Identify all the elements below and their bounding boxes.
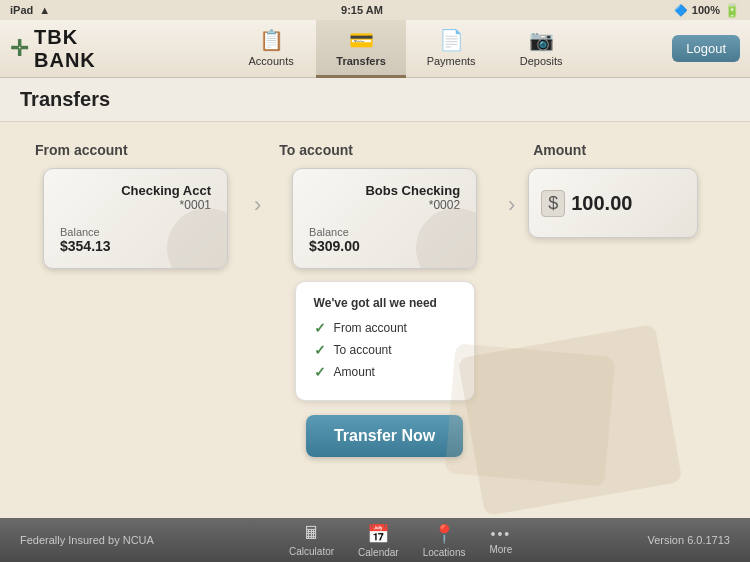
accounts-icon: 📋 xyxy=(259,28,284,52)
to-account-number: *0002 xyxy=(309,198,460,212)
more-icon: ••• xyxy=(491,526,512,542)
battery-label: 100% xyxy=(692,4,720,16)
tab-payments[interactable]: 📄 Payments xyxy=(406,20,496,78)
confirm-amount-item: ✓ Amount xyxy=(314,364,456,380)
confirm-from-label: From account xyxy=(334,321,407,335)
battery-icon: 🔋 xyxy=(724,3,740,18)
status-right: 🔷 100% 🔋 xyxy=(674,3,740,18)
bg-decoration-2 xyxy=(445,343,616,486)
bottom-tab-more[interactable]: ••• More xyxy=(489,526,512,555)
dollar-sign-icon: $ xyxy=(541,190,565,217)
tab-accounts[interactable]: 📋 Accounts xyxy=(226,20,316,78)
from-account-column: From account Checking Acct *0001 Balance… xyxy=(30,142,241,269)
from-balance: $354.13 xyxy=(60,238,211,254)
confirm-from-item: ✓ From account xyxy=(314,320,456,336)
from-chevron: › xyxy=(246,192,269,218)
version-text: Version 6.0.1713 xyxy=(647,534,730,546)
confirm-to-item: ✓ To account xyxy=(314,342,456,358)
deposits-icon: 📷 xyxy=(529,28,554,52)
to-balance-label: Balance xyxy=(309,226,460,238)
bluetooth-icon: 🔷 xyxy=(674,4,688,17)
to-chevron: › xyxy=(500,192,523,218)
wifi-icon: ▲ xyxy=(39,4,50,16)
page-title: Transfers xyxy=(20,88,730,111)
transfer-button-container: Transfer Now xyxy=(306,415,463,457)
transfer-now-button[interactable]: Transfer Now xyxy=(306,415,463,457)
tab-transfers[interactable]: 💳 Transfers xyxy=(316,20,406,78)
locations-icon: 📍 xyxy=(433,523,455,545)
confirm-to-label: To account xyxy=(334,343,392,357)
bottom-tab-calendar[interactable]: 📅 Calendar xyxy=(358,523,399,558)
transfers-tab-label: Transfers xyxy=(336,55,386,67)
calculator-label: Calculator xyxy=(289,546,334,557)
amount-col-label: Amount xyxy=(528,142,586,158)
status-time: 9:15 AM xyxy=(341,4,383,16)
check-amount-icon: ✓ xyxy=(314,364,326,380)
chevron-right-icon-2: › xyxy=(508,192,515,218)
main-content: From account Checking Acct *0001 Balance… xyxy=(0,122,750,520)
logo-text: TBK BANK xyxy=(34,26,140,72)
amount-column: Amount $ 100.00 xyxy=(528,142,720,238)
fdic-text: Federally Insured by NCUA xyxy=(20,534,154,546)
confirmation-title: We've got all we need xyxy=(314,296,456,310)
from-account-number: *0001 xyxy=(60,198,211,212)
to-balance: $309.00 xyxy=(309,238,460,254)
confirm-amount-label: Amount xyxy=(334,365,375,379)
to-account-label: To account xyxy=(274,142,353,158)
to-account-card[interactable]: Bobs Checking *0002 Balance $309.00 xyxy=(292,168,477,269)
status-left: iPad ▲ xyxy=(10,4,50,16)
check-from-icon: ✓ xyxy=(314,320,326,336)
accounts-tab-label: Accounts xyxy=(248,55,293,67)
ipad-label: iPad xyxy=(10,4,33,16)
amount-value: 100.00 xyxy=(571,192,632,215)
logo-cross-icon: ✛ xyxy=(10,36,28,62)
bottom-tabs: 🖩 Calculator 📅 Calendar 📍 Locations ••• … xyxy=(289,523,512,558)
calendar-label: Calendar xyxy=(358,547,399,558)
bottom-bar: Federally Insured by NCUA 🖩 Calculator 📅… xyxy=(0,518,750,562)
transfers-icon: 💳 xyxy=(349,28,374,52)
payments-icon: 📄 xyxy=(439,28,464,52)
nav-tabs: 📋 Accounts 💳 Transfers 📄 Payments 📷 Depo… xyxy=(140,20,672,78)
from-balance-label: Balance xyxy=(60,226,211,238)
from-account-label: From account xyxy=(30,142,128,158)
from-account-card[interactable]: Checking Acct *0001 Balance $354.13 xyxy=(43,168,228,269)
calculator-icon: 🖩 xyxy=(303,523,321,544)
logout-button[interactable]: Logout xyxy=(672,35,740,62)
deposits-tab-label: Deposits xyxy=(520,55,563,67)
nav-bar: ✛ TBK BANK 📋 Accounts 💳 Transfers 📄 Paym… xyxy=(0,20,750,78)
confirmation-box: We've got all we need ✓ From account ✓ T… xyxy=(295,281,475,401)
check-to-icon: ✓ xyxy=(314,342,326,358)
payments-tab-label: Payments xyxy=(427,55,476,67)
bottom-tab-calculator[interactable]: 🖩 Calculator xyxy=(289,523,334,557)
bottom-tab-locations[interactable]: 📍 Locations xyxy=(423,523,466,558)
calendar-icon: 📅 xyxy=(367,523,389,545)
status-bar: iPad ▲ 9:15 AM 🔷 100% 🔋 xyxy=(0,0,750,20)
page-title-bar: Transfers xyxy=(0,78,750,122)
to-account-name: Bobs Checking xyxy=(309,183,460,198)
chevron-right-icon: › xyxy=(254,192,261,218)
logo: ✛ TBK BANK xyxy=(10,26,140,72)
more-label: More xyxy=(489,544,512,555)
from-account-name: Checking Acct xyxy=(60,183,211,198)
tab-deposits[interactable]: 📷 Deposits xyxy=(496,20,586,78)
locations-label: Locations xyxy=(423,547,466,558)
amount-input-container[interactable]: $ 100.00 xyxy=(528,168,698,238)
